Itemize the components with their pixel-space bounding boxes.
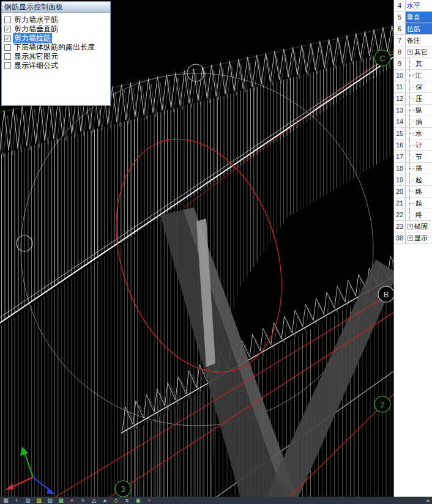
row-number: 7 bbox=[394, 35, 406, 46]
row-label-cell: 压 bbox=[406, 93, 432, 104]
rebar-lines-icon[interactable]: ≡ bbox=[124, 497, 130, 504]
property-row-19[interactable]: 19起 bbox=[394, 174, 432, 186]
property-row-12[interactable]: 12压 bbox=[394, 93, 432, 105]
panel-item-0[interactable]: 剪力墙水平筋 bbox=[3, 15, 109, 24]
axis-circle-icon[interactable]: ○ bbox=[80, 497, 86, 504]
row-number: 9 bbox=[394, 58, 406, 69]
slab-icon[interactable]: ▩ bbox=[58, 497, 64, 504]
row-label-cell: 其 bbox=[406, 58, 432, 69]
property-row-5[interactable]: 5垂直 bbox=[394, 12, 432, 23]
row-label: 汇 bbox=[415, 71, 422, 80]
panel-item-3[interactable]: 下层墙体纵筋的露出长度 bbox=[3, 43, 109, 52]
axis-bubble-C: C bbox=[374, 50, 390, 66]
checkbox[interactable] bbox=[4, 53, 11, 60]
row-label: 压 bbox=[415, 94, 422, 103]
axis-bubble-3: 3 bbox=[115, 481, 131, 497]
property-row-13[interactable]: 13纵 bbox=[394, 105, 432, 116]
column-icon[interactable]: ▥ bbox=[24, 497, 31, 504]
property-row-21[interactable]: 21起 bbox=[394, 198, 432, 209]
toolbar-overflow-icon[interactable]: » bbox=[426, 497, 430, 504]
x-axis-arrowhead bbox=[6, 484, 13, 490]
solid-triangle-icon[interactable]: ▲ bbox=[102, 497, 108, 504]
property-row-23[interactable]: 23+锚固 bbox=[394, 221, 432, 232]
checkbox[interactable]: ✓ bbox=[4, 26, 11, 32]
tree-connector bbox=[409, 139, 415, 150]
row-label-cell: 起 bbox=[406, 198, 432, 209]
expand-icon[interactable]: + bbox=[408, 235, 413, 241]
property-row-10[interactable]: 10汇 bbox=[394, 70, 432, 81]
row-label-cell: 终 bbox=[406, 209, 432, 220]
property-row-38[interactable]: 38+显示 bbox=[394, 232, 432, 244]
select-icon[interactable]: + bbox=[13, 497, 20, 504]
expand-icon[interactable]: + bbox=[408, 224, 413, 229]
property-row-16[interactable]: 16计 bbox=[394, 139, 432, 151]
row-number: 20 bbox=[394, 186, 406, 197]
panel-item-1[interactable]: ✓剪力墙垂直筋 bbox=[3, 24, 109, 34]
property-row-4[interactable]: 4水平 bbox=[394, 0, 432, 12]
property-row-7[interactable]: 7备注 bbox=[394, 35, 432, 46]
row-label-cell: 搭 bbox=[406, 163, 432, 174]
row-label: 其它 bbox=[414, 48, 428, 57]
axis-bubble-2: 2 bbox=[374, 396, 390, 412]
row-number: 10 bbox=[394, 70, 406, 81]
row-label: 起 bbox=[415, 176, 422, 185]
diamond-icon[interactable]: ◇ bbox=[113, 497, 119, 504]
svg-text:3: 3 bbox=[121, 484, 125, 494]
row-label: 水平 bbox=[407, 1, 420, 10]
property-row-15[interactable]: 15水 bbox=[394, 128, 432, 139]
row-label: 插 bbox=[415, 117, 422, 127]
property-row-8[interactable]: 8+其它 bbox=[394, 46, 432, 58]
row-label-cell: 保 bbox=[406, 81, 432, 92]
panel-title: 钢筋显示控制面板 bbox=[4, 2, 63, 11]
property-row-17[interactable]: 17节 bbox=[394, 151, 432, 163]
checkbox[interactable] bbox=[4, 17, 11, 23]
row-label-cell: 水平 bbox=[406, 0, 432, 11]
svg-text:2: 2 bbox=[380, 400, 384, 409]
panel-item-4[interactable]: 显示其它图元 bbox=[3, 52, 109, 61]
row-number: 23 bbox=[394, 221, 406, 232]
row-number: 12 bbox=[394, 93, 406, 104]
panel-item-2[interactable]: ✓剪力墙拉筋 bbox=[3, 34, 109, 43]
property-row-6[interactable]: 6拉筋 bbox=[394, 23, 432, 35]
row-number: 38 bbox=[394, 232, 406, 243]
row-number: 5 bbox=[394, 12, 406, 23]
row-label: 起 bbox=[415, 199, 422, 208]
panel-item-5[interactable]: 显示详细公式 bbox=[3, 61, 109, 70]
expand-icon[interactable]: + bbox=[408, 50, 413, 55]
checkbox-label[interactable]: 显示详细公式 bbox=[13, 61, 59, 71]
tree-connector bbox=[409, 186, 415, 197]
property-row-11[interactable]: 11保 bbox=[394, 81, 432, 93]
tree-connector bbox=[409, 209, 415, 220]
redraw-icon[interactable]: ▦ bbox=[2, 497, 9, 504]
row-label-cell: 终 bbox=[406, 186, 432, 197]
triangle-icon[interactable]: △ bbox=[91, 497, 97, 504]
box-icon[interactable]: ▣ bbox=[135, 497, 141, 504]
row-number: 17 bbox=[394, 151, 406, 162]
panel-title-bar[interactable]: 钢筋显示控制面板 bbox=[2, 2, 110, 13]
xyz-axis-triad bbox=[6, 447, 55, 494]
row-label-cell: +显示 bbox=[406, 232, 432, 243]
wall-icon[interactable]: ▧ bbox=[35, 497, 42, 504]
property-row-20[interactable]: 20终 bbox=[394, 186, 432, 198]
checkbox[interactable] bbox=[4, 62, 11, 69]
row-label: 备注 bbox=[407, 36, 420, 45]
row-label: 纵 bbox=[415, 106, 422, 115]
property-row-18[interactable]: 18搭 bbox=[394, 163, 432, 174]
row-number: 6 bbox=[394, 23, 406, 34]
beam-icon[interactable]: ▨ bbox=[47, 497, 53, 504]
row-number: 18 bbox=[394, 163, 406, 174]
tree-connector bbox=[409, 105, 415, 116]
property-grid: 4水平5垂直6拉筋7备注8+其它9其10汇11保12压13纵14插15水16计1… bbox=[393, 0, 432, 497]
point-icon[interactable]: ● bbox=[69, 497, 75, 504]
property-row-22[interactable]: 22终 bbox=[394, 209, 432, 221]
close-icon[interactable]: × bbox=[146, 497, 152, 504]
row-number: 19 bbox=[394, 174, 406, 185]
property-row-14[interactable]: 14插 bbox=[394, 116, 432, 128]
checkbox[interactable]: ✓ bbox=[4, 35, 11, 42]
checkbox[interactable] bbox=[4, 44, 11, 51]
row-label: 显示 bbox=[414, 234, 428, 243]
row-label: 终 bbox=[415, 187, 422, 196]
row-number: 14 bbox=[394, 116, 406, 127]
property-row-9[interactable]: 9其 bbox=[394, 58, 432, 70]
row-label: 终 bbox=[415, 210, 422, 220]
